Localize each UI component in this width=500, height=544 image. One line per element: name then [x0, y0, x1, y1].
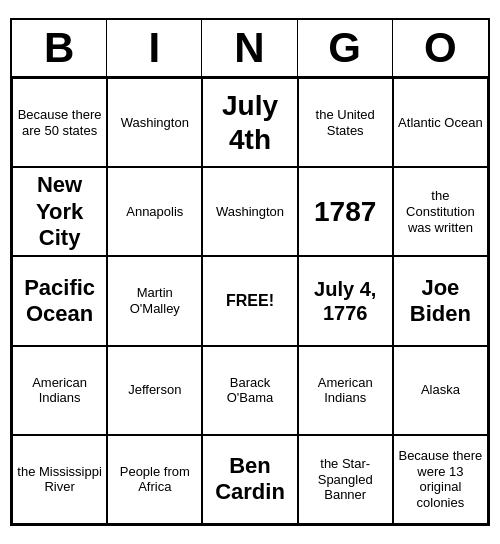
bingo-cell-18: American Indians: [298, 346, 393, 435]
bingo-cell-7: Washington: [202, 167, 297, 256]
bingo-letter-B: B: [12, 20, 107, 76]
bingo-cell-4: Atlantic Ocean: [393, 78, 488, 167]
bingo-cell-13: July 4, 1776: [298, 256, 393, 345]
bingo-cell-3: the United States: [298, 78, 393, 167]
bingo-cell-23: the Star-Spangled Banner: [298, 435, 393, 524]
bingo-card: BINGO Because there are 50 statesWashing…: [10, 18, 490, 526]
bingo-letter-G: G: [298, 20, 393, 76]
bingo-cell-1: Washington: [107, 78, 202, 167]
bingo-cell-20: the Mississippi River: [12, 435, 107, 524]
bingo-cell-8: 1787: [298, 167, 393, 256]
bingo-cell-16: Jefferson: [107, 346, 202, 435]
bingo-header: BINGO: [12, 20, 488, 78]
bingo-cell-5: New York City: [12, 167, 107, 256]
bingo-cell-19: Alaska: [393, 346, 488, 435]
bingo-cell-6: Annapolis: [107, 167, 202, 256]
bingo-letter-N: N: [202, 20, 297, 76]
bingo-cell-9: the Constitution was written: [393, 167, 488, 256]
bingo-cell-22: Ben Cardin: [202, 435, 297, 524]
bingo-cell-24: Because there were 13 original colonies: [393, 435, 488, 524]
bingo-cell-2: July 4th: [202, 78, 297, 167]
bingo-cell-11: Martin O'Malley: [107, 256, 202, 345]
bingo-cell-0: Because there are 50 states: [12, 78, 107, 167]
bingo-grid: Because there are 50 statesWashingtonJul…: [12, 78, 488, 524]
bingo-cell-17: Barack O'Bama: [202, 346, 297, 435]
bingo-letter-I: I: [107, 20, 202, 76]
bingo-cell-12: FREE!: [202, 256, 297, 345]
bingo-cell-21: People from Africa: [107, 435, 202, 524]
bingo-letter-O: O: [393, 20, 488, 76]
bingo-cell-15: American Indians: [12, 346, 107, 435]
bingo-cell-10: Pacific Ocean: [12, 256, 107, 345]
bingo-cell-14: Joe Biden: [393, 256, 488, 345]
